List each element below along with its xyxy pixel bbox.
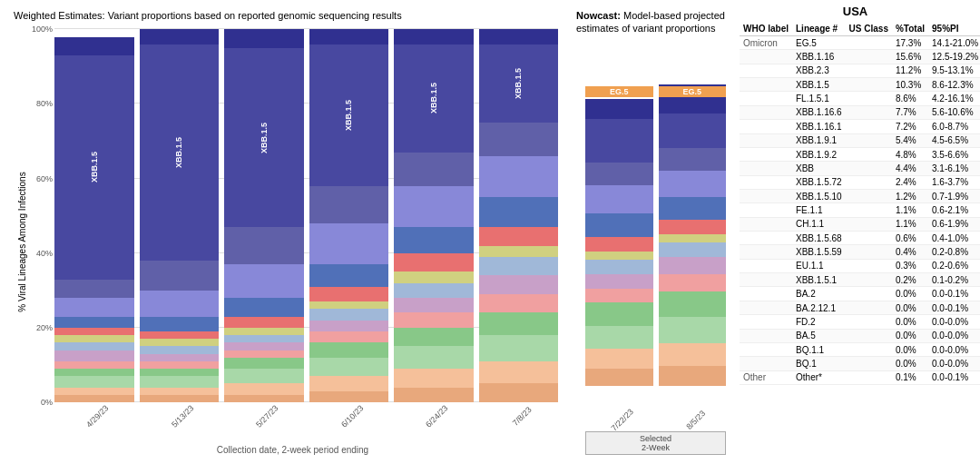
pi-cell: 0.4-1.0% — [928, 232, 980, 245]
stacked-bar: XBB.1.5 — [224, 29, 304, 402]
bar-segment — [54, 328, 134, 335]
bar-segment — [224, 298, 304, 317]
pct-cell: 0.0% — [892, 301, 928, 314]
bar-segment — [394, 312, 474, 327]
bar-segment — [224, 317, 304, 328]
who-label-cell — [740, 162, 792, 175]
lineage-cell: BA.2 — [792, 287, 846, 301]
bar-segment-label: XBB.1.5 — [90, 152, 99, 183]
nowcast-bar-segment — [659, 291, 727, 317]
bar-segment — [394, 346, 474, 369]
bar-segment — [224, 264, 304, 298]
bar-segment — [54, 361, 134, 369]
nowcast-bar-segment — [659, 220, 727, 234]
nowcast-bar-segment — [585, 237, 653, 252]
lineage-cell: FL.1.5.1 — [792, 92, 846, 105]
bars-inner: XBB.1.5XBB.1.5XBB.1.5XBB.1.5XBB.1.5XBB.1… — [54, 29, 558, 402]
pct-cell: 17.3% — [892, 36, 928, 50]
us-class-cell — [846, 120, 892, 133]
pi-cell: 12.5-19.2% — [928, 50, 980, 64]
bar-segment — [479, 197, 559, 227]
bar-segment — [309, 301, 389, 309]
pi-cell: 0.0-0.1% — [928, 287, 980, 301]
table-row: BA.2.12.10.0%0.0-0.1% — [740, 301, 980, 314]
bar-segment — [394, 298, 474, 312]
bar-segment — [479, 294, 559, 313]
bar-segment — [479, 227, 559, 246]
table-row: XBB.1.9.15.4%4.5-6.5% — [740, 133, 980, 147]
pct-cell: 10.3% — [892, 78, 928, 92]
bar-segment — [140, 261, 220, 291]
who-label-cell — [740, 64, 792, 77]
bar-segment — [224, 350, 304, 358]
pct-cell: 1.1% — [892, 217, 928, 231]
bar-segment: XBB.1.5 — [140, 44, 220, 261]
us-class-cell — [846, 105, 892, 119]
lineage-cell: XBB.1.5 — [792, 78, 846, 92]
pct-cell: 4.8% — [892, 147, 928, 161]
lineage-cell: XBB.1.16 — [792, 50, 846, 64]
pct-cell: 7.7% — [892, 105, 928, 119]
bar-segment — [394, 153, 474, 186]
data-table: WHO labelLineage #US Class%Total95%PI Om… — [740, 22, 980, 385]
nowcast-bar-group: EG.5 — [585, 86, 653, 386]
bar-group: XBB.1.5 — [309, 29, 389, 402]
us-class-cell — [846, 357, 892, 370]
table-row: CH.1.11.1%0.6-1.9% — [740, 217, 980, 231]
lineage-cell: XBB.1.5.59 — [792, 245, 846, 259]
who-label-cell — [740, 203, 792, 217]
who-label-cell — [740, 273, 792, 287]
who-label-cell — [740, 133, 792, 147]
pi-cell: 6.0-8.7% — [928, 120, 980, 133]
bar-segment — [479, 257, 559, 276]
bar-segment — [54, 298, 134, 317]
nowcast-bars-wrapper: EG.5EG.5 — [576, 43, 726, 413]
table-row: XBB.1.5.590.4%0.2-0.8% — [740, 245, 980, 259]
nowcast-bar-segment — [585, 213, 653, 236]
bar-group: XBB.1.5 — [394, 29, 474, 402]
middle-panel: Nowcast: Model-based projected estimates… — [572, 0, 730, 464]
table-row: FD.20.0%0.0-0.0% — [740, 315, 980, 329]
bar-segment — [140, 339, 220, 346]
pi-cell: 0.6-1.9% — [928, 217, 980, 231]
table-row: XBB.1.5.10.2%0.1-0.2% — [740, 273, 980, 287]
bar-segment — [140, 317, 220, 331]
us-class-cell — [846, 301, 892, 314]
right-panel: USA WHO labelLineage #US Class%Total95%P… — [730, 0, 980, 464]
nowcast-bar-segment — [585, 289, 653, 303]
pi-cell: 0.0-0.1% — [928, 301, 980, 314]
us-class-cell — [846, 162, 892, 175]
table-row: FL.1.5.18.6%4.2-16.1% — [740, 92, 980, 105]
nowcast-bar-segment — [585, 252, 653, 260]
lineage-cell: BA.2.12.1 — [792, 301, 846, 314]
pi-cell: 0.0-0.0% — [928, 357, 980, 370]
nowcast-bar-segment — [585, 119, 653, 162]
us-class-cell — [846, 329, 892, 342]
bar-segment — [309, 309, 389, 320]
us-class-cell — [846, 147, 892, 161]
pi-cell: 0.7-1.9% — [928, 189, 980, 202]
pi-cell: 4.2-16.1% — [928, 92, 980, 105]
bar-segment — [309, 29, 389, 44]
who-label-cell: Other — [740, 370, 792, 384]
us-class-cell — [846, 50, 892, 64]
us-class-cell — [846, 245, 892, 259]
who-label-cell — [740, 120, 792, 133]
pct-cell: 11.2% — [892, 64, 928, 77]
y-axis-ticks: 100%80%60%40%20%0% — [27, 29, 54, 402]
who-label-cell — [740, 342, 792, 356]
bar-chart-container: 100%80%60%40%20%0% XBB.1.5XBB.1.5XBB.1.5… — [27, 29, 558, 455]
bar-segment — [54, 280, 134, 299]
table-region-title: USA — [740, 5, 971, 18]
bar-segment — [140, 346, 220, 353]
bar-group: XBB.1.5 — [224, 29, 304, 402]
nowcast-stacked-bar — [585, 99, 653, 386]
pi-cell: 4.5-6.5% — [928, 133, 980, 147]
table-row: XBB.1.5.680.6%0.4-1.0% — [740, 232, 980, 245]
nowcast-title-bold: Nowcast: — [576, 10, 621, 21]
bar-group: XBB.1.5 — [479, 29, 559, 402]
table-row: BQ.10.0%0.0-0.0% — [740, 357, 980, 370]
stacked-bar: XBB.1.5 — [140, 29, 220, 402]
pct-cell: 0.2% — [892, 273, 928, 287]
bar-segment — [140, 331, 220, 339]
